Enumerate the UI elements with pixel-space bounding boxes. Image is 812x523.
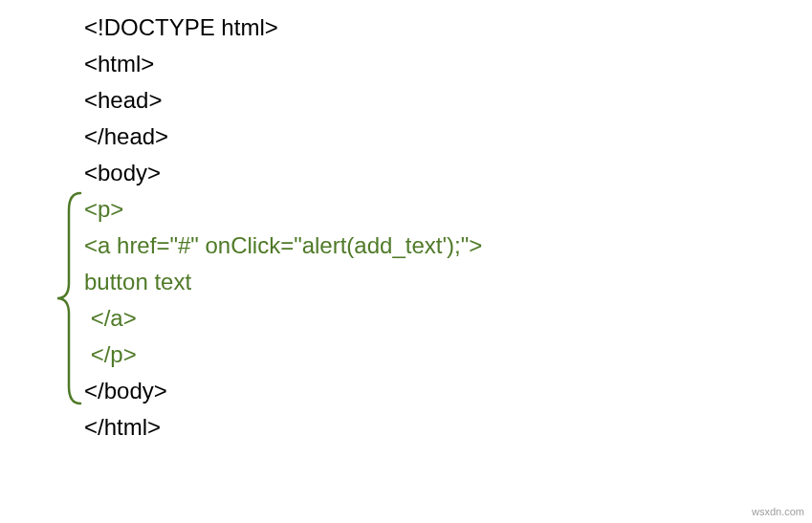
code-line-11: </body> (84, 373, 482, 409)
code-line-10: </p> (84, 337, 482, 373)
code-line-5: <body> (84, 155, 482, 191)
code-line-1: <!DOCTYPE html> (84, 10, 482, 46)
brace-bracket-icon (55, 191, 82, 405)
code-block: <!DOCTYPE html> <html> <head> </head> <b… (84, 10, 482, 446)
code-line-8: button text (84, 264, 482, 300)
code-line-12: </html> (84, 409, 482, 446)
code-line-3: <head> (84, 82, 482, 119)
code-line-2: <html> (84, 46, 482, 82)
code-line-6: <p> (84, 191, 482, 228)
code-line-9: </a> (84, 300, 482, 337)
code-line-4: </head> (84, 119, 482, 155)
code-line-7: <a href="#" onClick="alert(add_text');"> (84, 228, 482, 264)
watermark-text: wsxdn.com (752, 506, 804, 517)
